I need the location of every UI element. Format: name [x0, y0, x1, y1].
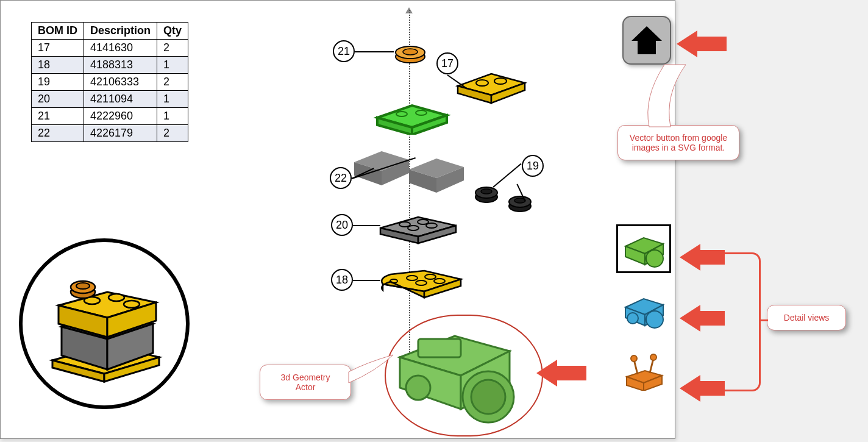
bom-table: BOM ID Description Qty 17 4141630 2 18 4… — [31, 22, 188, 142]
svg-point-34 — [425, 274, 436, 279]
svg-point-56 — [124, 301, 140, 308]
thumb-blue-truck[interactable] — [616, 285, 671, 334]
balloon-18: 18 — [331, 269, 353, 291]
svg-point-59 — [76, 283, 90, 289]
part-21 — [394, 43, 427, 65]
leader-line — [355, 51, 394, 52]
svg-marker-60 — [631, 26, 662, 54]
thumb-orange-controls[interactable] — [616, 346, 671, 395]
part-18 — [375, 266, 467, 299]
svg-point-35 — [416, 280, 427, 285]
svg-point-42 — [471, 380, 505, 414]
balloon-19: 19 — [522, 155, 544, 177]
balloon-17: 17 — [436, 52, 458, 74]
callout-tail-icon — [347, 354, 396, 390]
svg-point-12 — [416, 110, 427, 115]
table-row: 17 4141630 2 — [32, 40, 188, 57]
svg-point-33 — [407, 276, 418, 280]
home-button[interactable] — [622, 16, 671, 65]
svg-rect-44 — [418, 339, 461, 357]
callout-detail-views: Detail views — [767, 305, 846, 330]
table-row: 18 4188313 1 — [32, 57, 188, 74]
callout-text: 3d Geometry Actor — [281, 372, 330, 392]
bracket-connector — [724, 252, 761, 391]
part-20 — [375, 211, 461, 244]
callout-vector-button: Vector button from google images in a SV… — [617, 125, 739, 160]
part-17 — [455, 68, 528, 104]
part-19 — [473, 184, 540, 217]
svg-point-64 — [646, 250, 663, 267]
svg-point-55 — [108, 294, 124, 301]
bom-header-id: BOM ID — [32, 23, 84, 40]
geometry-actor-3d[interactable] — [382, 315, 534, 430]
svg-point-30 — [408, 226, 419, 230]
svg-point-36 — [434, 279, 445, 283]
table-row: 22 4226179 2 — [32, 125, 188, 142]
thumb-green-truck[interactable] — [616, 224, 671, 273]
detail-assembly-icon — [40, 263, 168, 385]
callout-text: Detail views — [784, 313, 830, 323]
callout-tail-icon — [643, 61, 692, 128]
table-row: 21 4222960 1 — [32, 108, 188, 125]
thumbnail-stack — [616, 224, 677, 407]
svg-point-6 — [476, 80, 488, 86]
home-icon — [630, 25, 663, 55]
svg-point-76 — [650, 354, 656, 360]
detail-view-circle — [19, 238, 190, 409]
svg-point-74 — [631, 355, 637, 362]
svg-point-43 — [406, 376, 430, 400]
bom-header-desc: Description — [84, 23, 157, 40]
svg-point-7 — [494, 78, 507, 84]
table-row: 19 42106333 2 — [32, 74, 188, 91]
svg-point-69 — [627, 313, 638, 324]
part-22 — [348, 138, 476, 193]
balloon-22: 22 — [330, 167, 352, 189]
bracket-stem — [760, 319, 768, 321]
svg-point-21 — [481, 189, 492, 194]
svg-point-31 — [426, 223, 437, 228]
balloon-21: 21 — [333, 40, 355, 62]
svg-point-11 — [396, 112, 407, 116]
table-row: 20 4211094 1 — [32, 91, 188, 108]
callout-text: Vector button from google images in a SV… — [630, 133, 727, 152]
leader-line — [353, 280, 380, 281]
leader-line — [353, 225, 380, 226]
bom-header-qty: Qty — [157, 23, 188, 40]
balloon-20: 20 — [331, 214, 353, 236]
svg-point-2 — [403, 49, 418, 55]
part-green-highlight — [372, 98, 452, 135]
callout-geometry-actor: 3d Geometry Actor — [260, 365, 351, 400]
svg-point-68 — [646, 311, 663, 328]
